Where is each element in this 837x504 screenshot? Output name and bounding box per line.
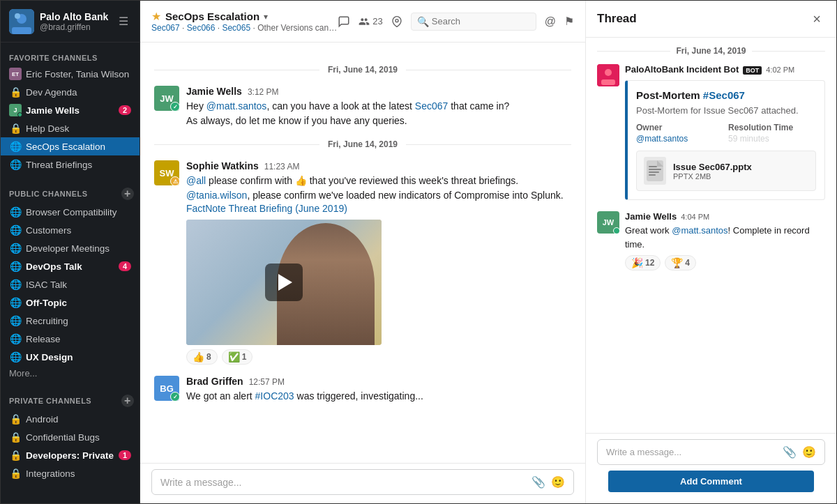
pin-icon[interactable] bbox=[391, 16, 402, 27]
mention-tania-wilson[interactable]: @tania.wilson bbox=[186, 190, 247, 201]
add-public-channel-button[interactable]: + bbox=[121, 188, 134, 200]
workspace-info: Palo Alto Bank @brad.griffen bbox=[40, 11, 113, 32]
sidebar-item-developer-meetings[interactable]: 🌐 Developer Meetings bbox=[1, 239, 140, 257]
message-input[interactable] bbox=[160, 477, 526, 488]
status-dot-jamie-wells bbox=[17, 112, 22, 117]
reaction-thumbsup[interactable]: 👍 8 bbox=[186, 349, 218, 365]
add-private-channel-button[interactable]: + bbox=[121, 395, 134, 407]
message-input-area: 📎 🙂 bbox=[140, 463, 585, 503]
hamburger-button[interactable]: ☰ bbox=[116, 12, 131, 31]
at-icon[interactable]: @ bbox=[545, 15, 556, 28]
sidebar-item-label-release: Release bbox=[26, 334, 131, 344]
channel-title-row: ★ SecOps Escalation ▾ bbox=[151, 10, 338, 23]
sec065-link[interactable]: Sec065 bbox=[222, 23, 250, 33]
sidebar-item-android[interactable]: 🔒 Android bbox=[1, 410, 140, 428]
thread-message-input[interactable] bbox=[606, 447, 777, 457]
globe-icon-recruiting: 🌐 bbox=[9, 314, 22, 327]
sidebar-item-help-desk[interactable]: 🔒 Help Desk bbox=[1, 119, 140, 137]
factnote-link[interactable]: FactNote Threat Briefing (June 2019) bbox=[186, 203, 347, 214]
sidebar-item-ux-design[interactable]: 🌐 UX Design bbox=[1, 348, 140, 366]
message-text-1: Hey @matt.santos, can you have a look at… bbox=[186, 99, 571, 128]
sidebar-item-recruiting[interactable]: 🌐 Recruiting bbox=[1, 312, 140, 330]
lock-icon-integrations: 🔒 bbox=[9, 467, 22, 480]
sidebar-item-off-topic[interactable]: 🌐 Off-Topic bbox=[1, 293, 140, 312]
sidebar-item-threat-briefings[interactable]: 🌐 Threat Briefings bbox=[1, 155, 140, 174]
sidebar-item-devops-talk[interactable]: 🌐 DevOps Talk 4 bbox=[1, 257, 140, 275]
sidebar-item-browser-compat[interactable]: 🌐 Browser Compatibility bbox=[1, 203, 140, 221]
sidebar-item-secops-escalation[interactable]: 🌐 SecOps Escalation bbox=[1, 137, 140, 155]
message-body-3: Brad Griffen 12:57 PM We got an alert #I… bbox=[186, 376, 571, 404]
member-count[interactable]: 23 bbox=[359, 16, 382, 27]
owner-link[interactable]: @matt.santos bbox=[636, 134, 688, 144]
star-icon[interactable]: ★ bbox=[151, 10, 161, 23]
video-thumbnail[interactable] bbox=[186, 220, 382, 345]
sidebar-item-jamie-wells[interactable]: J Jamie Wells 2 bbox=[1, 101, 140, 119]
card-owner-label: Owner bbox=[636, 123, 724, 132]
sidebar-item-isac-talk[interactable]: 🌐 ISAC Talk bbox=[1, 275, 140, 293]
svg-rect-12 bbox=[649, 174, 656, 176]
reaction-check[interactable]: ✅ 1 bbox=[222, 349, 253, 365]
thread-author-bot: PaloAltoBank Incident Bot bbox=[625, 64, 739, 75]
public-channels-section: PUBLIC CHANNELS + 🌐 Browser Compatibilit… bbox=[1, 176, 140, 383]
thread-message-2: JW Jamie Wells 4:04 PM Great work @matt.… bbox=[597, 211, 825, 270]
add-comment-button[interactable]: Add Comment bbox=[608, 471, 814, 492]
dm-avatar-eric-tania: ET bbox=[9, 68, 22, 80]
thread-time-2: 4:04 PM bbox=[681, 213, 709, 221]
play-button[interactable] bbox=[265, 264, 303, 301]
chevron-down-icon[interactable]: ▾ bbox=[264, 12, 268, 22]
sidebar-item-developers-private[interactable]: 🔒 Developers: Private 1 bbox=[1, 446, 140, 464]
public-channels-header[interactable]: PUBLIC CHANNELS + bbox=[1, 188, 140, 203]
message-text-2: @all please confirm with 👍 that you've r… bbox=[186, 174, 571, 203]
card-resolution-item: Resolution Time 59 minutes bbox=[728, 123, 816, 144]
sidebar-item-confidential-bugs[interactable]: 🔒 Confidential Bugs bbox=[1, 428, 140, 446]
file-attachment[interactable]: Issue Sec067.pptx PPTX 2MB bbox=[636, 151, 816, 191]
link-ioc203[interactable]: #IOC203 bbox=[255, 390, 294, 402]
unread-badge-dev-private: 1 bbox=[119, 450, 131, 460]
message-header-3: Brad Griffen 12:57 PM bbox=[186, 376, 571, 387]
message-author-3[interactable]: Brad Griffen bbox=[186, 376, 243, 387]
sidebar-item-label-dev-private: Developers: Private bbox=[26, 450, 119, 461]
mention-all[interactable]: @all bbox=[186, 175, 206, 186]
thread-attachment-icon[interactable]: 📎 bbox=[783, 445, 797, 459]
sidebar-item-label-customers: Customers bbox=[26, 225, 131, 236]
sec067-link[interactable]: Sec067 bbox=[151, 23, 180, 33]
reaction-party[interactable]: 🎉 12 bbox=[625, 255, 661, 270]
message-body-2: Sophie Watkins 11:23 AM @all please conf… bbox=[186, 160, 571, 365]
thread-date-divider: Fri, June 14, 2019 bbox=[597, 46, 825, 56]
link-sec067[interactable]: Sec067 bbox=[415, 100, 448, 112]
date-divider-2: Fri, June 14, 2019 bbox=[154, 139, 571, 149]
private-channels-header[interactable]: PRIVATE CHANNELS + bbox=[1, 395, 140, 410]
globe-icon-devmeet: 🌐 bbox=[9, 242, 22, 254]
sidebar-item-eric-tania[interactable]: ET Eric Foster, Tania Wilson bbox=[1, 65, 140, 83]
favorite-channels-header[interactable]: FAVORITE CHANNELS bbox=[1, 54, 140, 65]
attachment-icon[interactable]: 📎 bbox=[531, 475, 545, 489]
sec066-link[interactable]: Sec066 bbox=[187, 23, 216, 33]
sidebar-item-integrations[interactable]: 🔒 Integrations bbox=[1, 464, 140, 482]
globe-icon-secops: 🌐 bbox=[9, 140, 22, 153]
search-box[interactable]: 🔍 bbox=[411, 13, 536, 31]
close-thread-button[interactable]: × bbox=[808, 10, 825, 27]
post-mortem-card: Post-Mortem #Sec067 Post-Mortem for Issu… bbox=[625, 80, 825, 200]
avatar-brad-griffen: BG ✓ bbox=[154, 376, 179, 401]
mention-matt-thread[interactable]: @matt.santos bbox=[672, 225, 727, 236]
avatar-jamie-wells-msg1: JW ✓ bbox=[154, 86, 179, 111]
mention-matt-santos[interactable]: @matt.santos bbox=[206, 100, 267, 112]
sidebar-item-customers[interactable]: 🌐 Customers bbox=[1, 221, 140, 239]
more-channels-link[interactable]: More... bbox=[1, 366, 140, 381]
reaction-trophy[interactable]: 🏆 4 bbox=[665, 255, 696, 270]
search-input[interactable] bbox=[432, 16, 530, 26]
sidebar-item-dev-agenda[interactable]: 🔒 Dev Agenda bbox=[1, 83, 140, 101]
svg-rect-11 bbox=[649, 171, 659, 173]
message-time-1: 3:12 PM bbox=[248, 87, 279, 97]
channel-header: ★ SecOps Escalation ▾ Sec067 · Sec066 · … bbox=[140, 1, 585, 43]
svg-rect-7 bbox=[601, 79, 615, 85]
sidebar: Palo Alto Bank @brad.griffen ☰ FAVORITE … bbox=[1, 1, 140, 503]
thread-emoji-icon[interactable]: 🙂 bbox=[802, 445, 816, 459]
card-sec067-link[interactable]: #Sec067 bbox=[703, 89, 745, 101]
emoji-icon[interactable]: 🙂 bbox=[551, 475, 565, 489]
message-author-1[interactable]: Jamie Wells bbox=[186, 86, 242, 97]
chat-bubble-icon[interactable] bbox=[338, 15, 350, 28]
sidebar-item-release[interactable]: 🌐 Release bbox=[1, 330, 140, 348]
message-author-2[interactable]: Sophie Watkins bbox=[186, 160, 259, 171]
flag-icon[interactable]: ⚑ bbox=[564, 15, 574, 28]
